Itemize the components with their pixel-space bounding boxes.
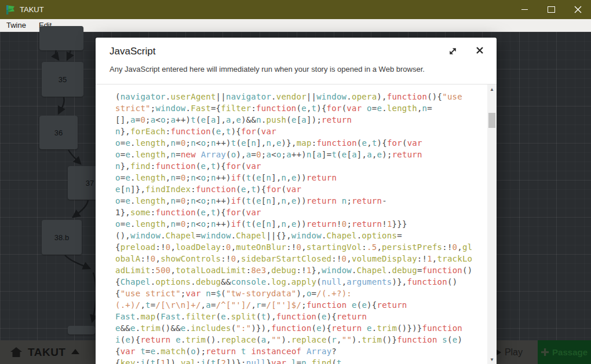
minimize-button[interactable] <box>511 0 538 19</box>
minimize-icon <box>521 9 528 10</box>
maximize-button[interactable] <box>538 0 564 19</box>
code-line[interactable]: [],a=0;a<o;a++)t(e[a],a,e)&&n.push(e[a])… <box>115 114 485 126</box>
close-window-button[interactable] <box>564 0 591 19</box>
close-dialog-icon <box>476 46 484 54</box>
scroll-up-icon[interactable]: ▲ <box>487 84 497 94</box>
code-line[interactable]: Fast.map(Fast.filter(e.split(t),function… <box>115 311 485 322</box>
code-line[interactable]: o=e.length,n=0;n<o;n++)if(t(e[n],n,e))re… <box>115 218 485 230</box>
code-line[interactable]: o=e.length,n=new Array(o),a=0;a<o;a++)n[… <box>115 149 485 160</box>
close-window-icon <box>574 6 582 13</box>
code-line[interactable]: (navigator.userAgent||navigator.vendor||… <box>115 91 485 102</box>
play-button[interactable]: Play <box>494 340 523 364</box>
home-icon[interactable] <box>10 347 22 357</box>
story-menu-caret-icon[interactable] <box>71 349 79 354</box>
code-line[interactable]: {key:i(t[1]),val:i(t[2])}:null}var l=n.f… <box>115 357 485 364</box>
dialog-description: Any JavaScript entered here will immedia… <box>110 65 425 73</box>
expand-icon <box>448 46 458 56</box>
code-content[interactable]: (navigator.userAgent||navigator.vendor||… <box>115 91 485 364</box>
code-line[interactable]: (.+)/,t=/[\r\n]+/,a=/^["']/,r=/["']$/;fu… <box>115 299 485 311</box>
code-line[interactable]: i(e){return e.trim().replace(a,"").repla… <box>115 334 485 345</box>
twine-logo-icon <box>6 5 15 15</box>
plus-icon <box>541 348 549 356</box>
javascript-dialog: JavaScript Any JavaScript entered here w… <box>96 38 497 364</box>
code-line[interactable]: {"use strict";var n=$("tw-storydata"),o=… <box>115 288 485 299</box>
close-dialog-button[interactable] <box>476 46 486 57</box>
code-line[interactable]: (),window.Chapel=window.Chapel||{},windo… <box>115 230 485 241</box>
menu-twine[interactable]: Twine <box>0 19 32 32</box>
scrollbar-thumb[interactable] <box>488 113 495 128</box>
code-line[interactable]: 1},some:function(e,t){for(var <box>115 207 485 218</box>
code-line[interactable]: n},find:function(e,t){for(var <box>115 160 485 172</box>
window-title: TAKUT <box>20 5 44 14</box>
code-line[interactable]: adLimit:500,totalLoadLimit:8e3,debug:!1}… <box>115 264 485 276</box>
maximize-icon <box>548 6 555 13</box>
code-line[interactable]: obalA:!0,showControls:!0,sidebarStartClo… <box>115 253 485 264</box>
dialog-header: JavaScript Any JavaScript entered here w… <box>96 38 497 84</box>
code-line[interactable]: e[n]},findIndex:function(e,t){for(var <box>115 183 485 195</box>
code-line[interactable]: n},forEach:function(e,t){for(var <box>115 126 485 137</box>
code-line[interactable]: e&&e.trim()&&e.includes(":")}),function(… <box>115 322 485 334</box>
code-line[interactable]: {Chapel.options.debug&&console.log.apply… <box>115 276 485 288</box>
menubar: Twine Edit <box>0 19 591 32</box>
code-line[interactable]: o=e.length,n=0;n<o;n++)if(t(e[n],n,e))re… <box>115 172 485 183</box>
titlebar: TAKUT <box>0 0 591 19</box>
expand-dialog-button[interactable] <box>448 46 458 57</box>
code-line[interactable]: strict";window.Fast={filter:function(e,t… <box>115 102 485 114</box>
scroll-down-icon[interactable]: ▼ <box>487 355 497 364</box>
app-window: TAKUT Twine Edit 35363738.b <box>0 0 591 364</box>
editor-scrollbar[interactable]: ▲ ▼ <box>487 84 497 364</box>
code-line[interactable]: o=e.length,n=0;n<o;n++)t(e[n],n,e)},map:… <box>115 137 485 149</box>
code-line[interactable]: {preload:!0,loadDelay:0,muteOnBlur:!0,st… <box>115 241 485 253</box>
dialog-title: JavaScript <box>110 46 155 57</box>
story-title-menu[interactable]: TAKUT <box>28 346 65 359</box>
code-line[interactable]: {var t=e.match(o);return t instanceof Ar… <box>115 345 485 357</box>
javascript-editor[interactable]: (navigator.userAgent||navigator.vendor||… <box>96 84 487 364</box>
add-passage-button[interactable]: Passage <box>538 340 591 364</box>
code-line[interactable]: o=e.length,n=0;n<o;n++)if(t(e[n],n,e))re… <box>115 195 485 207</box>
window-controls <box>511 0 591 19</box>
